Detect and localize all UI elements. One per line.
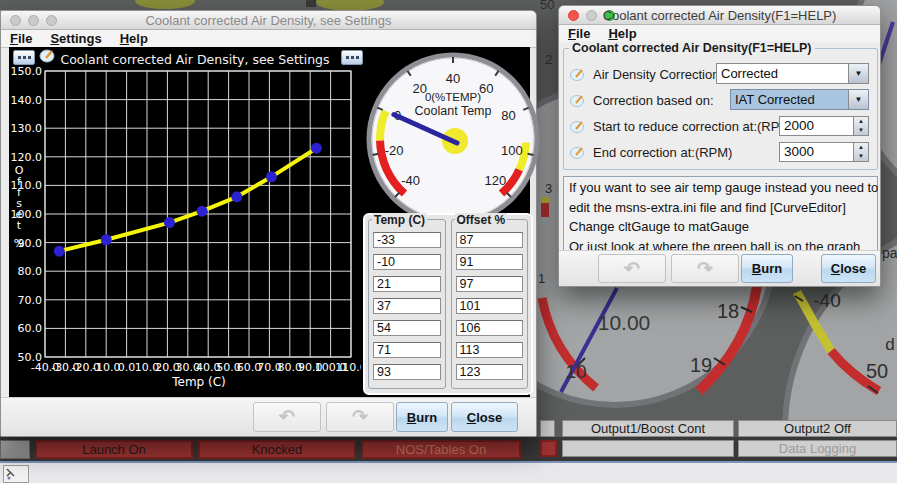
help-line: If you want to see air temp gauge instea…	[569, 178, 872, 198]
correction-based-on-label: Correction based on:	[593, 93, 714, 108]
status-blank-button[interactable]	[562, 440, 734, 457]
status-output1[interactable]: Output1/Boost Cont	[562, 420, 734, 437]
curve-point[interactable]	[231, 191, 242, 202]
taskbar	[0, 461, 897, 483]
curve-point[interactable]	[164, 217, 175, 228]
close-button[interactable]: Close	[451, 402, 518, 432]
bg-gauge-fragment	[541, 203, 549, 217]
bg-gauge-tick-label: 19	[690, 354, 712, 376]
curve-point[interactable]	[197, 206, 208, 217]
offset-input-5[interactable]	[456, 342, 524, 358]
status-chip-fragment	[540, 440, 557, 457]
chevron-down-icon[interactable]: ▼	[848, 64, 868, 83]
correction-based-on-dropdown[interactable]: IAT Corrected ▼	[730, 89, 869, 110]
menu-help[interactable]: Help	[608, 26, 636, 41]
offset-input-4[interactable]	[456, 320, 524, 336]
redo-button[interactable]: ↷	[671, 254, 739, 283]
y-tick-label: 140.0	[11, 94, 43, 107]
edit-pencil-icon	[570, 120, 585, 133]
air-density-dialog: Coolant corrected Air Density(F1=HELP) F…	[558, 5, 881, 287]
status-data-logging[interactable]: Data Logging	[738, 440, 897, 457]
curve-graph[interactable]: 50.060.070.080.090.0100.0110.0120.0130.0…	[9, 65, 361, 385]
air-density-correction-dropdown[interactable]: Corrected ▼	[716, 63, 869, 84]
menu-settings[interactable]: Settings	[50, 31, 101, 46]
start-rpm-spinner[interactable]: 2000 ▲▼	[779, 116, 869, 136]
end-rpm-spinner[interactable]: 3000 ▲▼	[779, 142, 869, 162]
gauge-tick-label: 40	[446, 71, 460, 86]
curve-point[interactable]	[311, 143, 322, 154]
coolant-temp-gauge: -40-200204060801001200(%TEMP)Coolant Tem…	[365, 51, 541, 231]
dropdown-value: IAT Corrected	[731, 90, 848, 109]
menu-help[interactable]: Help	[120, 31, 148, 46]
x-tick-label: -10.0	[92, 361, 120, 374]
curve-point[interactable]	[101, 234, 112, 245]
temp-input-1[interactable]	[373, 254, 441, 270]
bg-word-fragment: pa	[882, 245, 897, 261]
temp-input-5[interactable]	[373, 342, 441, 358]
undo-button[interactable]: ↶	[253, 402, 321, 432]
temp-input-0[interactable]	[373, 232, 441, 248]
offset-input-2[interactable]	[456, 276, 524, 292]
spinner-up-icon[interactable]: ▲	[854, 117, 868, 126]
curve-window-buttonrow: ↶ ↷ Burn Close	[1, 397, 536, 436]
setting-row: Start to reduce correction at:(RPM) 2000…	[570, 115, 871, 137]
edit-pencil-icon	[570, 68, 585, 81]
burn-button[interactable]: Burn	[741, 254, 793, 283]
chevron-down-icon[interactable]: ▼	[848, 90, 868, 109]
offset-input-3[interactable]	[456, 298, 524, 314]
curve-chart-svg: 50.060.070.080.090.0100.0110.0120.0130.0…	[9, 65, 361, 381]
gauge-title: Coolant Temp	[415, 104, 492, 118]
gauge-tick-label: -20	[385, 143, 404, 158]
temp-input-4[interactable]	[373, 320, 441, 336]
y-tick-label: 110.0	[11, 179, 43, 192]
dialog-titlebar[interactable]: Coolant corrected Air Density(F1=HELP)	[559, 6, 880, 25]
y-tick-label: 130.0	[11, 122, 43, 135]
gauge-tick-label: 100	[501, 143, 523, 158]
bg-top-label: 50	[540, 0, 554, 12]
status-output2[interactable]: Output2 Off	[738, 420, 897, 437]
gauge-tick	[373, 154, 379, 155]
close-button[interactable]: Close	[821, 254, 876, 283]
status-launch[interactable]: Launch On	[35, 440, 193, 459]
window-title: Coolant corrected Air Density, see Setti…	[1, 13, 536, 28]
menu-file[interactable]: File	[10, 31, 32, 46]
help-line: edit the msns-extra.ini file and find [C…	[569, 198, 872, 218]
temp-input-3[interactable]	[373, 298, 441, 314]
gauge-value-text: 0(%TEMP)	[425, 91, 481, 103]
curve-window-menubar: File Settings Help	[1, 30, 536, 48]
undo-button[interactable]: ↶	[598, 254, 666, 283]
temp-input-6[interactable]	[373, 364, 441, 380]
spinner-down-icon[interactable]: ▼	[854, 152, 868, 161]
spinner-value: 2000	[780, 117, 853, 135]
dialog-title: Coolant corrected Air Density(F1=HELP)	[559, 8, 880, 23]
taskbar-app-icon[interactable]	[3, 465, 29, 483]
y-tick-label: 150.0	[11, 65, 43, 78]
bg-gauge-fragment	[306, 0, 316, 7]
setting-row: Correction based on: IAT Corrected ▼	[570, 89, 871, 111]
settings-group: Coolant corrected Air Density(F1=HELP) A…	[563, 48, 878, 170]
curve-point[interactable]	[54, 246, 65, 257]
window-options-icon[interactable]	[13, 50, 35, 65]
redo-button[interactable]: ↷	[326, 402, 394, 432]
status-knocked[interactable]: Knocked	[198, 440, 356, 459]
gauge-tick-label: 120	[485, 173, 507, 188]
curve-window-titlebar[interactable]: Coolant corrected Air Density, see Setti…	[1, 11, 536, 30]
spinner-up-icon[interactable]: ▲	[854, 143, 868, 152]
offset-column-header: Offset %	[455, 213, 508, 227]
curve-point[interactable]	[266, 171, 277, 182]
temp-input-2[interactable]	[373, 276, 441, 292]
status-nos-tables[interactable]: NOS/Tables On	[361, 440, 521, 459]
menu-file[interactable]: File	[568, 26, 590, 41]
y-tick-label: 70.0	[18, 294, 43, 307]
gauge-tick-label: 80	[501, 108, 515, 123]
offset-input-6[interactable]	[456, 364, 524, 380]
spinner-down-icon[interactable]: ▼	[854, 126, 868, 135]
dialog-buttonrow: ↶ ↷ Burn Close	[559, 250, 880, 286]
offset-input-1[interactable]	[456, 254, 524, 270]
chart-x-axis-label: Temp (C)	[119, 375, 279, 389]
burn-button[interactable]: Burn	[396, 402, 448, 432]
offset-input-0[interactable]	[456, 232, 524, 248]
status-chip-blank[interactable]	[0, 440, 30, 459]
gauge-tick-label: -40	[401, 173, 420, 188]
bg-sliver-label: 2	[545, 52, 552, 67]
